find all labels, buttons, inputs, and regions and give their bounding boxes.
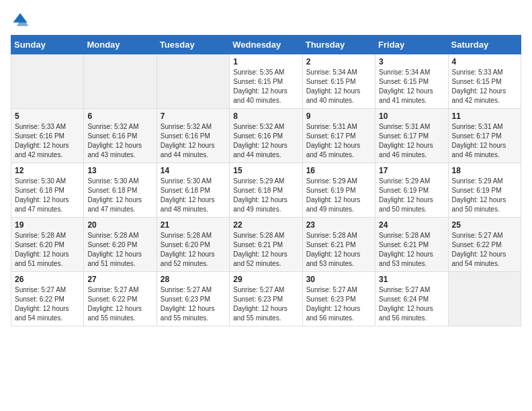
day-info: Sunrise: 5:27 AMSunset: 6:22 PMDaylight:… bbox=[87, 285, 152, 323]
day-number: 10 bbox=[379, 111, 444, 121]
day-info: Sunrise: 5:34 AMSunset: 6:15 PMDaylight:… bbox=[306, 68, 371, 105]
day-info: Sunrise: 5:31 AMSunset: 6:17 PMDaylight:… bbox=[379, 122, 444, 160]
calendar-cell: 23Sunrise: 5:28 AMSunset: 6:21 PMDayligh… bbox=[302, 218, 375, 272]
day-number: 3 bbox=[379, 57, 444, 66]
weekday-header-row: SundayMondayTuesdayWednesdayThursdayFrid… bbox=[11, 36, 521, 54]
day-info: Sunrise: 5:34 AMSunset: 6:15 PMDaylight:… bbox=[379, 68, 444, 105]
day-number: 14 bbox=[161, 166, 226, 175]
day-info: Sunrise: 5:29 AMSunset: 6:18 PMDaylight:… bbox=[233, 177, 298, 214]
weekday-header-monday: Monday bbox=[84, 36, 157, 54]
calendar-cell: 19Sunrise: 5:28 AMSunset: 6:20 PMDayligh… bbox=[11, 218, 84, 272]
calendar-cell: 5Sunrise: 5:33 AMSunset: 6:16 PMDaylight… bbox=[11, 109, 84, 163]
day-info: Sunrise: 5:29 AMSunset: 6:19 PMDaylight:… bbox=[452, 177, 517, 214]
calendar-cell: 31Sunrise: 5:27 AMSunset: 6:24 PMDayligh… bbox=[375, 272, 448, 326]
day-info: Sunrise: 5:28 AMSunset: 6:20 PMDaylight:… bbox=[161, 231, 226, 269]
calendar-cell: 18Sunrise: 5:29 AMSunset: 6:19 PMDayligh… bbox=[448, 163, 521, 218]
day-number: 18 bbox=[452, 166, 517, 175]
weekday-header-friday: Friday bbox=[375, 36, 448, 54]
day-number: 11 bbox=[452, 111, 517, 121]
day-number: 17 bbox=[379, 166, 444, 175]
day-info: Sunrise: 5:28 AMSunset: 6:20 PMDaylight:… bbox=[87, 231, 152, 269]
calendar-cell: 8Sunrise: 5:32 AMSunset: 6:16 PMDaylight… bbox=[230, 109, 302, 163]
calendar-cell: 30Sunrise: 5:27 AMSunset: 6:23 PMDayligh… bbox=[302, 272, 375, 326]
calendar-cell: 13Sunrise: 5:30 AMSunset: 6:18 PMDayligh… bbox=[84, 163, 157, 218]
day-info: Sunrise: 5:27 AMSunset: 6:22 PMDaylight:… bbox=[452, 231, 517, 269]
calendar-cell bbox=[84, 54, 157, 109]
calendar-cell: 16Sunrise: 5:29 AMSunset: 6:19 PMDayligh… bbox=[302, 163, 375, 218]
calendar-cell: 2Sunrise: 5:34 AMSunset: 6:15 PMDaylight… bbox=[302, 54, 375, 109]
day-number: 29 bbox=[233, 275, 298, 284]
day-info: Sunrise: 5:28 AMSunset: 6:20 PMDaylight:… bbox=[15, 231, 80, 269]
day-number: 5 bbox=[15, 111, 80, 121]
calendar-week-row: 1Sunrise: 5:35 AMSunset: 6:15 PMDaylight… bbox=[11, 54, 521, 109]
day-number: 26 bbox=[15, 275, 80, 284]
day-number: 2 bbox=[306, 57, 371, 66]
day-info: Sunrise: 5:32 AMSunset: 6:16 PMDaylight:… bbox=[87, 122, 152, 160]
day-info: Sunrise: 5:30 AMSunset: 6:18 PMDaylight:… bbox=[161, 177, 226, 214]
day-number: 20 bbox=[87, 220, 152, 230]
day-info: Sunrise: 5:29 AMSunset: 6:19 PMDaylight:… bbox=[306, 177, 371, 214]
calendar-cell: 6Sunrise: 5:32 AMSunset: 6:16 PMDaylight… bbox=[84, 109, 157, 163]
weekday-header-saturday: Saturday bbox=[448, 36, 521, 54]
day-number: 25 bbox=[452, 220, 517, 230]
day-info: Sunrise: 5:27 AMSunset: 6:23 PMDaylight:… bbox=[161, 285, 226, 323]
day-info: Sunrise: 5:35 AMSunset: 6:15 PMDaylight:… bbox=[233, 68, 298, 105]
calendar-cell: 10Sunrise: 5:31 AMSunset: 6:17 PMDayligh… bbox=[375, 109, 448, 163]
day-number: 23 bbox=[306, 220, 371, 230]
calendar-cell: 29Sunrise: 5:27 AMSunset: 6:23 PMDayligh… bbox=[230, 272, 302, 326]
logo bbox=[11, 11, 32, 30]
day-number: 16 bbox=[306, 166, 371, 175]
weekday-header-wednesday: Wednesday bbox=[230, 36, 302, 54]
day-number: 31 bbox=[379, 275, 444, 284]
calendar-cell: 11Sunrise: 5:31 AMSunset: 6:17 PMDayligh… bbox=[448, 109, 521, 163]
day-number: 27 bbox=[87, 275, 152, 284]
calendar-cell: 26Sunrise: 5:27 AMSunset: 6:22 PMDayligh… bbox=[11, 272, 84, 326]
calendar-cell: 1Sunrise: 5:35 AMSunset: 6:15 PMDaylight… bbox=[230, 54, 302, 109]
calendar-week-row: 12Sunrise: 5:30 AMSunset: 6:18 PMDayligh… bbox=[11, 163, 521, 218]
day-number: 30 bbox=[306, 275, 371, 284]
calendar-cell: 7Sunrise: 5:32 AMSunset: 6:16 PMDaylight… bbox=[157, 109, 229, 163]
calendar-table: SundayMondayTuesdayWednesdayThursdayFrid… bbox=[11, 35, 521, 326]
calendar-week-row: 5Sunrise: 5:33 AMSunset: 6:16 PMDaylight… bbox=[11, 109, 521, 163]
calendar-cell: 27Sunrise: 5:27 AMSunset: 6:22 PMDayligh… bbox=[84, 272, 157, 326]
calendar-cell: 9Sunrise: 5:31 AMSunset: 6:17 PMDaylight… bbox=[302, 109, 375, 163]
weekday-header-sunday: Sunday bbox=[11, 36, 84, 54]
calendar-cell: 15Sunrise: 5:29 AMSunset: 6:18 PMDayligh… bbox=[230, 163, 302, 218]
day-number: 21 bbox=[161, 220, 226, 230]
day-info: Sunrise: 5:33 AMSunset: 6:16 PMDaylight:… bbox=[15, 122, 80, 160]
day-info: Sunrise: 5:30 AMSunset: 6:18 PMDaylight:… bbox=[15, 177, 80, 214]
calendar-cell: 28Sunrise: 5:27 AMSunset: 6:23 PMDayligh… bbox=[157, 272, 229, 326]
day-info: Sunrise: 5:31 AMSunset: 6:17 PMDaylight:… bbox=[306, 122, 371, 160]
calendar-cell: 24Sunrise: 5:28 AMSunset: 6:21 PMDayligh… bbox=[375, 218, 448, 272]
page-header bbox=[11, 11, 521, 30]
calendar-week-row: 26Sunrise: 5:27 AMSunset: 6:22 PMDayligh… bbox=[11, 272, 521, 326]
calendar-cell: 4Sunrise: 5:33 AMSunset: 6:15 PMDaylight… bbox=[448, 54, 521, 109]
day-info: Sunrise: 5:32 AMSunset: 6:16 PMDaylight:… bbox=[233, 122, 298, 160]
calendar-cell bbox=[157, 54, 229, 109]
day-number: 24 bbox=[379, 220, 444, 230]
day-info: Sunrise: 5:28 AMSunset: 6:21 PMDaylight:… bbox=[306, 231, 371, 269]
day-info: Sunrise: 5:27 AMSunset: 6:24 PMDaylight:… bbox=[379, 285, 444, 323]
day-number: 19 bbox=[15, 220, 80, 230]
weekday-header-tuesday: Tuesday bbox=[157, 36, 229, 54]
day-info: Sunrise: 5:33 AMSunset: 6:15 PMDaylight:… bbox=[452, 68, 517, 105]
calendar-week-row: 19Sunrise: 5:28 AMSunset: 6:20 PMDayligh… bbox=[11, 218, 521, 272]
day-info: Sunrise: 5:31 AMSunset: 6:17 PMDaylight:… bbox=[452, 122, 517, 160]
calendar-cell: 22Sunrise: 5:28 AMSunset: 6:21 PMDayligh… bbox=[230, 218, 302, 272]
calendar-cell bbox=[448, 272, 521, 326]
calendar-cell: 3Sunrise: 5:34 AMSunset: 6:15 PMDaylight… bbox=[375, 54, 448, 109]
calendar-cell: 25Sunrise: 5:27 AMSunset: 6:22 PMDayligh… bbox=[448, 218, 521, 272]
day-number: 7 bbox=[161, 111, 226, 121]
day-info: Sunrise: 5:30 AMSunset: 6:18 PMDaylight:… bbox=[87, 177, 152, 214]
day-info: Sunrise: 5:27 AMSunset: 6:22 PMDaylight:… bbox=[15, 285, 80, 323]
day-info: Sunrise: 5:29 AMSunset: 6:19 PMDaylight:… bbox=[379, 177, 444, 214]
day-number: 12 bbox=[15, 166, 80, 175]
logo-icon bbox=[11, 11, 30, 30]
calendar-cell: 20Sunrise: 5:28 AMSunset: 6:20 PMDayligh… bbox=[84, 218, 157, 272]
day-info: Sunrise: 5:32 AMSunset: 6:16 PMDaylight:… bbox=[161, 122, 226, 160]
day-number: 13 bbox=[87, 166, 152, 175]
day-info: Sunrise: 5:28 AMSunset: 6:21 PMDaylight:… bbox=[379, 231, 444, 269]
day-number: 1 bbox=[233, 57, 298, 66]
day-number: 28 bbox=[161, 275, 226, 284]
day-info: Sunrise: 5:27 AMSunset: 6:23 PMDaylight:… bbox=[306, 285, 371, 323]
